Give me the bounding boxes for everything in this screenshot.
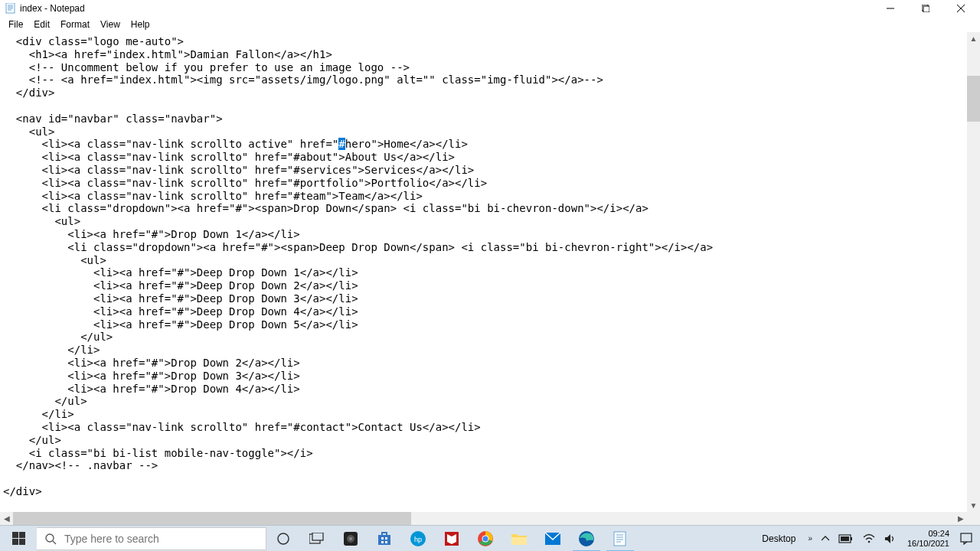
menu-view[interactable]: View bbox=[95, 18, 126, 31]
menu-edit[interactable]: Edit bbox=[28, 18, 55, 31]
scroll-right-arrow-icon[interactable]: ▶ bbox=[954, 512, 967, 525]
app-chrome-icon[interactable] bbox=[469, 526, 502, 552]
vertical-scrollbar[interactable]: ▲ ▼ bbox=[967, 32, 980, 512]
taskbar-clock[interactable]: 09:24 16/10/2021 bbox=[901, 529, 956, 549]
horizontal-scroll-thumb[interactable] bbox=[13, 512, 411, 525]
app-hp-icon[interactable]: hp bbox=[401, 526, 435, 552]
editor-selection: # bbox=[338, 138, 345, 150]
svg-rect-36 bbox=[614, 532, 626, 546]
svg-rect-23 bbox=[381, 537, 384, 540]
battery-icon[interactable] bbox=[834, 526, 858, 551]
svg-rect-45 bbox=[961, 533, 972, 542]
scrollbar-corner bbox=[967, 512, 980, 525]
titlebar: index - Notepad bbox=[0, 0, 980, 17]
editor-text-before-selection: <div class="logo me-auto"> <h1><a href="… bbox=[3, 35, 603, 150]
taskbar: hp Desktop » 09:24 16/10/2021 bbox=[0, 525, 980, 551]
tray-overflow-icon[interactable] bbox=[817, 526, 834, 551]
window-title: index - Notepad bbox=[20, 3, 85, 14]
app-mcafee-icon[interactable] bbox=[435, 526, 469, 552]
svg-rect-12 bbox=[12, 539, 18, 545]
svg-rect-18 bbox=[312, 533, 323, 540]
svg-point-14 bbox=[46, 534, 54, 542]
text-editor[interactable]: <div class="logo me-auto"> <h1><a href="… bbox=[0, 32, 967, 512]
svg-text:hp: hp bbox=[414, 536, 422, 543]
menu-help[interactable]: Help bbox=[126, 18, 155, 31]
desktop-toolbar-expand-icon[interactable]: » bbox=[803, 526, 817, 551]
scroll-down-arrow-icon[interactable]: ▼ bbox=[967, 499, 980, 512]
app-explorer-icon[interactable] bbox=[502, 526, 536, 552]
notepad-icon bbox=[5, 2, 17, 15]
scroll-up-arrow-icon[interactable]: ▲ bbox=[967, 32, 980, 45]
wifi-icon[interactable] bbox=[858, 526, 880, 551]
scroll-left-arrow-icon[interactable]: ◀ bbox=[0, 512, 13, 525]
svg-rect-42 bbox=[851, 537, 852, 540]
horizontal-scrollbar[interactable]: ◀ ▶ bbox=[0, 512, 967, 525]
cortana-icon[interactable] bbox=[266, 526, 300, 552]
horizontal-scroll-track[interactable] bbox=[13, 512, 954, 525]
search-input[interactable] bbox=[64, 533, 258, 545]
svg-line-15 bbox=[53, 541, 56, 544]
svg-rect-11 bbox=[19, 532, 25, 538]
svg-rect-25 bbox=[381, 541, 384, 543]
notifications-icon[interactable] bbox=[956, 526, 977, 551]
desktop-toolbar-label[interactable]: Desktop bbox=[754, 533, 803, 544]
app-edge-icon[interactable] bbox=[570, 526, 603, 552]
svg-point-16 bbox=[278, 533, 289, 544]
app-notepad-icon[interactable] bbox=[603, 526, 637, 552]
task-icons: hp bbox=[266, 526, 637, 551]
taskbar-date: 16/10/2021 bbox=[907, 539, 949, 549]
svg-rect-7 bbox=[923, 6, 929, 12]
vertical-scroll-thumb[interactable] bbox=[967, 76, 980, 122]
editor-text-after-selection: hero">Home</a></li> <li><a class="nav-li… bbox=[3, 138, 713, 497]
app-camera-icon[interactable] bbox=[334, 526, 368, 552]
svg-rect-10 bbox=[12, 532, 18, 538]
maximize-button[interactable] bbox=[908, 0, 943, 17]
svg-rect-24 bbox=[385, 537, 387, 540]
svg-point-44 bbox=[868, 540, 871, 543]
taskbar-search[interactable] bbox=[37, 527, 266, 550]
volume-icon[interactable] bbox=[880, 526, 901, 551]
svg-point-21 bbox=[349, 537, 352, 540]
svg-rect-22 bbox=[378, 535, 390, 545]
svg-point-32 bbox=[483, 536, 488, 541]
close-button[interactable] bbox=[943, 0, 978, 17]
svg-rect-33 bbox=[511, 537, 527, 545]
start-button[interactable] bbox=[0, 526, 37, 552]
editor-container: <div class="logo me-auto"> <h1><a href="… bbox=[0, 32, 980, 525]
app-store-icon[interactable] bbox=[368, 526, 401, 552]
vertical-scroll-track[interactable] bbox=[967, 45, 980, 499]
svg-rect-43 bbox=[841, 536, 849, 541]
svg-rect-26 bbox=[385, 541, 387, 543]
taskbar-time: 09:24 bbox=[907, 529, 949, 539]
task-view-icon[interactable] bbox=[300, 526, 334, 552]
system-tray: Desktop » 09:24 16/10/2021 bbox=[754, 526, 980, 551]
menubar: File Edit Format View Help bbox=[0, 17, 980, 32]
menu-format[interactable]: Format bbox=[55, 18, 95, 31]
app-mail-icon[interactable] bbox=[536, 526, 570, 552]
svg-rect-13 bbox=[19, 539, 25, 545]
search-icon bbox=[44, 533, 57, 545]
minimize-button[interactable] bbox=[873, 0, 908, 17]
menu-file[interactable]: File bbox=[3, 18, 28, 31]
